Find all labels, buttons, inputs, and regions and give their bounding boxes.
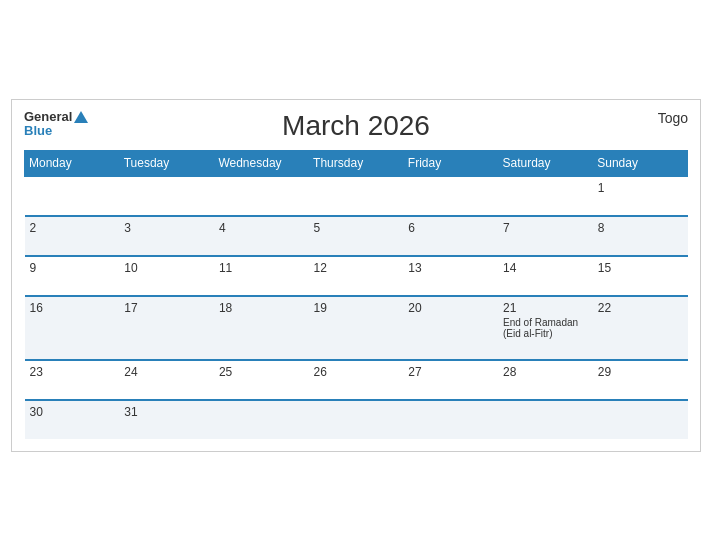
calendar-cell: 22 xyxy=(593,296,688,360)
calendar-cell: 7 xyxy=(498,216,593,256)
day-number: 5 xyxy=(314,221,399,235)
calendar-cell: 28 xyxy=(498,360,593,400)
day-number: 31 xyxy=(124,405,209,419)
calendar-row: 3031 xyxy=(25,400,688,439)
calendar-cell: 26 xyxy=(309,360,404,400)
calendar-cell xyxy=(214,400,309,439)
day-number: 3 xyxy=(124,221,209,235)
calendar-header: General Blue March 2026 Togo xyxy=(24,110,688,142)
day-number: 4 xyxy=(219,221,304,235)
day-number: 7 xyxy=(503,221,588,235)
calendar-cell xyxy=(309,400,404,439)
header-thursday: Thursday xyxy=(309,150,404,176)
calendar-cell xyxy=(25,176,120,216)
calendar-row: 2345678 xyxy=(25,216,688,256)
day-number: 26 xyxy=(314,365,399,379)
calendar-cell: 20 xyxy=(403,296,498,360)
day-number: 22 xyxy=(598,301,683,315)
calendar-cell xyxy=(403,400,498,439)
day-number: 30 xyxy=(30,405,115,419)
calendar-cell: 25 xyxy=(214,360,309,400)
calendar-row: 9101112131415 xyxy=(25,256,688,296)
calendar-row: 161718192021End of Ramadan (Eid al-Fitr)… xyxy=(25,296,688,360)
day-number: 2 xyxy=(30,221,115,235)
day-number: 28 xyxy=(503,365,588,379)
day-number: 13 xyxy=(408,261,493,275)
logo-blue-text: Blue xyxy=(24,124,88,138)
calendar-cell: 21End of Ramadan (Eid al-Fitr) xyxy=(498,296,593,360)
calendar-cell: 23 xyxy=(25,360,120,400)
calendar-container: General Blue March 2026 Togo Monday Tues… xyxy=(11,99,701,452)
day-number: 25 xyxy=(219,365,304,379)
day-number: 9 xyxy=(30,261,115,275)
logo-triangle-icon xyxy=(74,111,88,123)
country-label: Togo xyxy=(658,110,688,126)
calendar-cell: 17 xyxy=(119,296,214,360)
calendar-cell xyxy=(498,400,593,439)
header-friday: Friday xyxy=(403,150,498,176)
calendar-cell xyxy=(309,176,404,216)
calendar-grid: Monday Tuesday Wednesday Thursday Friday… xyxy=(24,150,688,439)
day-number: 10 xyxy=(124,261,209,275)
calendar-row: 1 xyxy=(25,176,688,216)
day-number: 11 xyxy=(219,261,304,275)
event-label: End of Ramadan (Eid al-Fitr) xyxy=(503,317,588,339)
day-number: 6 xyxy=(408,221,493,235)
header-tuesday: Tuesday xyxy=(119,150,214,176)
calendar-cell: 15 xyxy=(593,256,688,296)
calendar-row: 23242526272829 xyxy=(25,360,688,400)
calendar-cell: 9 xyxy=(25,256,120,296)
calendar-cell: 11 xyxy=(214,256,309,296)
day-number: 14 xyxy=(503,261,588,275)
calendar-cell: 12 xyxy=(309,256,404,296)
day-number: 20 xyxy=(408,301,493,315)
calendar-cell: 31 xyxy=(119,400,214,439)
calendar-cell: 16 xyxy=(25,296,120,360)
day-number: 17 xyxy=(124,301,209,315)
header-saturday: Saturday xyxy=(498,150,593,176)
calendar-cell: 6 xyxy=(403,216,498,256)
day-number: 21 xyxy=(503,301,588,315)
header-monday: Monday xyxy=(25,150,120,176)
day-number: 12 xyxy=(314,261,399,275)
day-number: 18 xyxy=(219,301,304,315)
day-number: 16 xyxy=(30,301,115,315)
day-number: 24 xyxy=(124,365,209,379)
day-number: 29 xyxy=(598,365,683,379)
calendar-cell: 2 xyxy=(25,216,120,256)
calendar-cell: 1 xyxy=(593,176,688,216)
calendar-cell xyxy=(214,176,309,216)
logo: General Blue xyxy=(24,110,88,139)
calendar-cell: 24 xyxy=(119,360,214,400)
calendar-cell: 13 xyxy=(403,256,498,296)
calendar-cell: 18 xyxy=(214,296,309,360)
calendar-cell: 30 xyxy=(25,400,120,439)
day-number: 15 xyxy=(598,261,683,275)
day-number: 19 xyxy=(314,301,399,315)
weekday-header-row: Monday Tuesday Wednesday Thursday Friday… xyxy=(25,150,688,176)
logo-general-text: General xyxy=(24,110,88,124)
header-wednesday: Wednesday xyxy=(214,150,309,176)
calendar-cell xyxy=(593,400,688,439)
calendar-cell xyxy=(403,176,498,216)
calendar-cell: 8 xyxy=(593,216,688,256)
calendar-title: March 2026 xyxy=(24,110,688,142)
header-sunday: Sunday xyxy=(593,150,688,176)
calendar-cell: 4 xyxy=(214,216,309,256)
calendar-cell: 10 xyxy=(119,256,214,296)
calendar-cell: 19 xyxy=(309,296,404,360)
day-number: 1 xyxy=(598,181,683,195)
calendar-cell: 3 xyxy=(119,216,214,256)
calendar-cell: 27 xyxy=(403,360,498,400)
day-number: 23 xyxy=(30,365,115,379)
calendar-cell xyxy=(498,176,593,216)
calendar-cell: 14 xyxy=(498,256,593,296)
calendar-cell: 29 xyxy=(593,360,688,400)
day-number: 27 xyxy=(408,365,493,379)
calendar-cell xyxy=(119,176,214,216)
day-number: 8 xyxy=(598,221,683,235)
calendar-cell: 5 xyxy=(309,216,404,256)
